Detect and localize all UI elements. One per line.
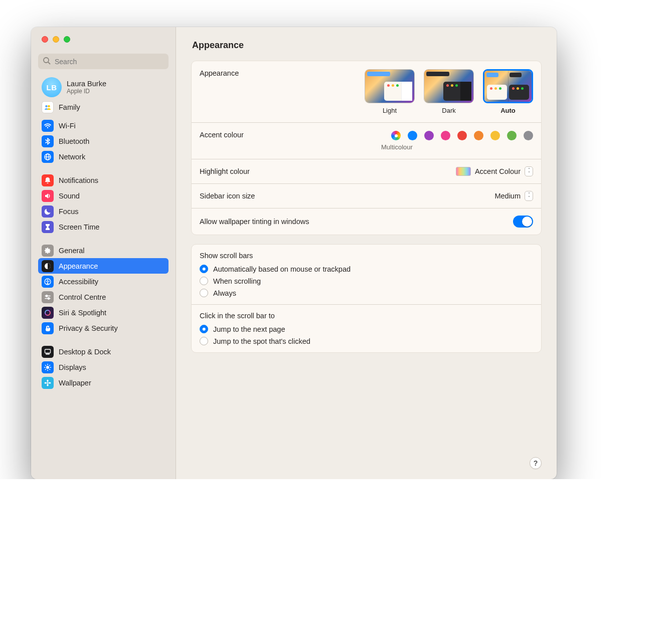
appearance-option-light[interactable]: Light	[365, 69, 415, 114]
accent-colour-row: Accent colour Multicolour	[192, 122, 541, 159]
accent-swatch-orange[interactable]	[474, 131, 483, 140]
svg-line-24	[50, 369, 50, 369]
fullscreen-window-button[interactable]	[64, 36, 70, 43]
search-icon	[43, 57, 51, 66]
accent-swatch-multicolour[interactable]	[391, 131, 401, 140]
appearance-panel: Appearance Light	[191, 61, 542, 235]
scrollclick-title: Click in the scroll bar to	[200, 312, 533, 320]
svg-rect-16	[45, 349, 51, 353]
sidebar-item-wifi[interactable]: Wi-Fi	[38, 118, 169, 133]
sidebar-item-screen-time[interactable]: Screen Time	[38, 219, 169, 235]
accent-swatch-purple[interactable]	[424, 131, 434, 140]
sidebar-item-label: Focus	[59, 207, 79, 216]
sidebar-item-label: Displays	[59, 363, 86, 371]
svg-point-14	[48, 297, 49, 299]
scrollbars-option-auto[interactable]: Automatically based on mouse or trackpad	[200, 265, 533, 273]
sidebar-item-siri-spotlight[interactable]: Siri & Spotlight	[38, 305, 169, 320]
appearance-option-label: Dark	[442, 107, 455, 114]
radio-icon	[200, 265, 208, 273]
wallpaper-tinting-toggle[interactable]	[513, 216, 533, 228]
sidebar-item-label: Sound	[59, 192, 80, 200]
sidebar-item-family[interactable]: Family	[38, 99, 169, 115]
search-field[interactable]	[38, 54, 169, 69]
sidebar-item-network[interactable]: Network	[38, 149, 169, 164]
accent-swatches	[391, 131, 533, 140]
sidebar-item-label: Family	[59, 103, 80, 111]
scrollbars-option-always[interactable]: Always	[200, 289, 533, 297]
highlight-colour-select[interactable]: Accent Colour ˄˅	[456, 166, 533, 176]
sidebar-size-select[interactable]: Medium ˄˅	[494, 191, 533, 201]
accent-label: Accent colour	[200, 131, 244, 139]
sidebar-item-desktop-dock[interactable]: Desktop & Dock	[38, 344, 169, 359]
sidebar-item-apple-id[interactable]: LB Laura Burke Apple ID	[38, 75, 169, 99]
appearance-option-dark[interactable]: Dark	[424, 69, 474, 114]
sidebar-item-label: Desktop & Dock	[59, 348, 111, 356]
accent-swatch-yellow[interactable]	[490, 131, 500, 140]
sidebar-item-displays[interactable]: Displays	[38, 359, 169, 375]
siri-icon	[42, 307, 54, 319]
radio-icon	[200, 325, 208, 333]
svg-point-3	[48, 105, 50, 107]
svg-point-31	[49, 382, 51, 383]
highlight-label: Highlight colour	[200, 167, 250, 175]
moon-icon	[42, 205, 54, 218]
sidebar-item-bluetooth[interactable]: Bluetooth	[38, 133, 169, 149]
highlight-colour-row: Highlight colour Accent Colour ˄˅	[192, 159, 541, 183]
radio-icon	[200, 337, 208, 345]
accent-swatch-graphite[interactable]	[524, 131, 533, 140]
scrollbars-option-when-scrolling[interactable]: When scrolling	[200, 277, 533, 285]
account-sub: Apple ID	[67, 88, 106, 95]
accent-swatch-green[interactable]	[507, 131, 517, 140]
accent-selected-label: Multicolour	[381, 143, 413, 151]
radio-label: Jump to the next page	[213, 325, 285, 333]
sidebar-item-label: Network	[59, 153, 85, 161]
sidebar-item-sound[interactable]: Sound	[38, 188, 169, 203]
sidebar-size-label: Sidebar icon size	[200, 192, 255, 200]
appearance-option-label: Auto	[500, 107, 516, 114]
sidebar-item-label: Wi-Fi	[59, 122, 76, 130]
sidebar-item-label: Control Centre	[59, 293, 106, 301]
sidebar-item-label: Siri & Spotlight	[59, 309, 106, 317]
sidebar-item-label: Notifications	[59, 176, 98, 184]
minimize-window-button[interactable]	[53, 36, 59, 43]
sidebar-item-focus[interactable]: Focus	[38, 203, 169, 219]
sidebar-item-label: Accessibility	[59, 278, 98, 286]
sidebar-item-appearance[interactable]: Appearance	[38, 258, 169, 274]
show-scrollbars-group: Show scroll bars Automatically based on …	[192, 245, 541, 304]
sliders-icon	[42, 291, 54, 303]
appearance-option-auto[interactable]: Auto	[483, 69, 533, 114]
bluetooth-icon	[42, 135, 54, 147]
chevron-up-down-icon: ˄˅	[525, 166, 533, 176]
main-content: Appearance Appearance	[176, 27, 557, 479]
scrollclick-group: Click in the scroll bar to Jump to the n…	[192, 304, 541, 352]
accent-swatch-blue[interactable]	[408, 131, 417, 140]
sidebar-item-accessibility[interactable]: Accessibility	[38, 274, 169, 289]
sidebar-item-general[interactable]: General	[38, 243, 169, 258]
gradient-chip-icon	[456, 167, 471, 176]
svg-point-10	[47, 279, 48, 280]
close-window-button[interactable]	[42, 36, 48, 43]
sidebar-item-label: Privacy & Security	[59, 324, 118, 332]
radio-icon	[200, 277, 208, 285]
page-title: Appearance	[192, 40, 542, 51]
sidebar-item-wallpaper[interactable]: Wallpaper	[38, 375, 169, 390]
svg-point-29	[47, 383, 48, 386]
accent-swatch-pink[interactable]	[441, 131, 450, 140]
accent-swatch-red[interactable]	[457, 131, 467, 140]
sun-icon	[42, 361, 54, 373]
sidebar: LB Laura Burke Apple ID Family Wi-Fi	[31, 27, 176, 479]
tinting-label: Allow wallpaper tinting in windows	[200, 218, 309, 226]
help-button[interactable]: ?	[530, 457, 542, 469]
scrollclick-option-next-page[interactable]: Jump to the next page	[200, 325, 533, 333]
bell-icon	[42, 174, 54, 186]
sidebar-item-privacy-security[interactable]: Privacy & Security	[38, 320, 169, 336]
sidebar-item-control-centre[interactable]: Control Centre	[38, 289, 169, 305]
sidebar-size-value: Medium	[494, 192, 521, 200]
search-input[interactable]	[54, 57, 164, 66]
sidebar-item-label: General	[59, 247, 85, 255]
gear-icon	[42, 245, 54, 257]
sidebar-item-notifications[interactable]: Notifications	[38, 172, 169, 188]
appearance-mode-row: Appearance Light	[192, 61, 541, 122]
scrollclick-option-jump-to-spot[interactable]: Jump to the spot that's clicked	[200, 337, 533, 345]
svg-point-18	[46, 366, 49, 369]
